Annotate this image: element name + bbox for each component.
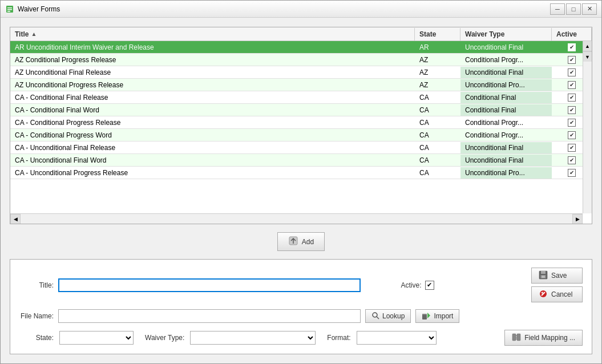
active-check-icon[interactable]: ✔	[568, 68, 576, 76]
field-mapping-button[interactable]: Field Mapping ...	[504, 330, 583, 346]
active-check-area: Active: ✔	[401, 281, 491, 290]
cell-title: CA - Unconditional Final Word	[10, 155, 415, 166]
active-check-icon[interactable]: ✔	[568, 106, 576, 114]
table-row[interactable]: AZ Unconditional Progress ReleaseAZUncon…	[10, 79, 592, 91]
horizontal-scrollbar[interactable]: ◀ ▶	[10, 213, 583, 224]
save-button[interactable]: Save	[531, 268, 583, 284]
scroll-down-button[interactable]: ▼	[583, 51, 592, 62]
cell-title: CA - Unconditional Final Release	[10, 142, 415, 153]
active-check-icon[interactable]: ✔	[568, 56, 576, 64]
cell-type: Unconditional Final	[460, 42, 552, 53]
sort-arrow-icon: ▲	[31, 31, 37, 37]
add-button[interactable]: Add	[277, 232, 325, 251]
table-body[interactable]: AR Unconditional Interim Waiver and Rele…	[10, 41, 592, 224]
active-check-icon[interactable]: ✔	[568, 81, 576, 89]
table-row[interactable]: AZ Unconditional Final ReleaseAZUncondit…	[10, 66, 592, 79]
format-select[interactable]	[357, 331, 437, 345]
title-input[interactable]	[58, 278, 361, 292]
table-row[interactable]: CA - Conditional Progress ReleaseCACondi…	[10, 116, 592, 129]
active-check-icon[interactable]: ✔	[568, 119, 576, 127]
window-content: Title ▲ State Waiver Type Active AR Unco…	[1, 18, 601, 363]
table-header: Title ▲ State Waiver Type Active	[10, 27, 592, 41]
lookup-button[interactable]: Lookup	[365, 309, 411, 323]
cell-title: CA - Unconditional Progress Release	[10, 167, 415, 179]
close-button[interactable]: ✕	[582, 3, 597, 15]
cell-title: CA - Conditional Final Word	[10, 104, 415, 116]
title-label: Title:	[19, 281, 54, 289]
state-select[interactable]	[59, 331, 134, 345]
cell-state: CA	[415, 167, 460, 179]
table-row[interactable]: CA - Conditional Progress WordCAConditio…	[10, 129, 592, 141]
cell-type: Unconditional Pro...	[460, 167, 552, 179]
cell-title: AR Unconditional Interim Waiver and Rele…	[10, 42, 415, 53]
table-row[interactable]: AR Unconditional Interim Waiver and Rele…	[10, 41, 592, 54]
svg-rect-9	[542, 276, 545, 278]
svg-line-12	[377, 317, 379, 319]
main-window: Waiver Forms ─ □ ✕ Title ▲ State Waiver …	[0, 0, 602, 364]
column-active: Active	[552, 28, 592, 41]
format-label: Format:	[327, 334, 350, 342]
scroll-right-button[interactable]: ▶	[572, 214, 583, 224]
cell-state: CA	[415, 130, 460, 141]
active-checkbox[interactable]: ✔	[425, 281, 434, 290]
import-icon	[422, 312, 431, 321]
cell-type: Unconditional Final	[460, 142, 552, 153]
cell-type: Unconditional Final	[460, 155, 552, 166]
lookup-icon	[371, 312, 379, 321]
cell-title: CA - Conditional Progress Word	[10, 130, 415, 141]
type-select[interactable]	[190, 331, 316, 345]
cell-state: AZ	[415, 54, 460, 66]
waiver-forms-table: Title ▲ State Waiver Type Active AR Unco…	[10, 27, 592, 224]
window-controls: ─ □ ✕	[550, 3, 597, 15]
add-button-area: Add	[10, 230, 592, 253]
svg-rect-14	[422, 314, 427, 315]
cell-type: Unconditional Final	[460, 67, 552, 78]
cell-state: AZ	[415, 79, 460, 91]
table-row[interactable]: CA - Unconditional Progress ReleaseCAUnc…	[10, 167, 592, 179]
cell-state: CA	[415, 142, 460, 153]
svg-rect-1	[7, 7, 12, 9]
cell-title: AZ Unconditional Final Release	[10, 67, 415, 78]
table-row[interactable]: CA - Conditional Final ReleaseCAConditio…	[10, 91, 592, 104]
svg-rect-15	[512, 334, 516, 341]
save-icon	[539, 270, 548, 281]
state-label: State:	[19, 334, 54, 342]
svg-rect-3	[7, 11, 10, 12]
cell-title: AZ Conditional Progress Release	[10, 54, 415, 66]
active-check-icon[interactable]: ✔	[568, 43, 576, 51]
cell-type: Unconditional Pro...	[460, 79, 552, 91]
vertical-scrollbar[interactable]: ▲ ▼	[583, 41, 592, 213]
active-label: Active:	[401, 281, 421, 289]
table-row[interactable]: CA - Unconditional Final WordCAUnconditi…	[10, 154, 592, 167]
table-row[interactable]: CA - Unconditional Final ReleaseCAUncond…	[10, 141, 592, 154]
scroll-left-button[interactable]: ◀	[10, 214, 21, 224]
scroll-up-button[interactable]: ▲	[583, 41, 592, 51]
cell-title: AZ Unconditional Progress Release	[10, 79, 415, 91]
maximize-button[interactable]: □	[566, 3, 581, 15]
svg-rect-16	[517, 334, 520, 341]
minimize-button[interactable]: ─	[550, 3, 565, 15]
table-row[interactable]: CA - Conditional Final WordCAConditional…	[10, 104, 592, 116]
cell-type: Conditional Final	[460, 104, 552, 116]
save-cancel-buttons: Save Cancel	[531, 268, 583, 302]
app-icon	[5, 5, 14, 14]
import-button[interactable]: Import	[415, 309, 459, 323]
active-check-icon[interactable]: ✔	[568, 94, 576, 102]
filename-input[interactable]	[58, 309, 361, 323]
type-label: Waiver Type:	[145, 334, 184, 342]
cell-state: CA	[415, 155, 460, 166]
filename-row: File Name: Lookup	[19, 309, 583, 323]
cell-state: AZ	[415, 67, 460, 78]
cell-state: AR	[415, 42, 460, 53]
active-check-icon[interactable]: ✔	[568, 144, 576, 152]
active-check-icon[interactable]: ✔	[568, 169, 576, 177]
cell-type: Conditional Progr...	[460, 54, 552, 66]
table-row[interactable]: AZ Conditional Progress ReleaseAZConditi…	[10, 54, 592, 66]
svg-point-11	[373, 313, 377, 317]
add-icon	[288, 236, 298, 248]
filename-label: File Name:	[19, 312, 54, 320]
active-check-icon[interactable]: ✔	[568, 131, 576, 139]
cell-type: Conditional Progr...	[460, 117, 552, 128]
cancel-button[interactable]: Cancel	[531, 286, 583, 302]
active-check-icon[interactable]: ✔	[568, 156, 576, 164]
